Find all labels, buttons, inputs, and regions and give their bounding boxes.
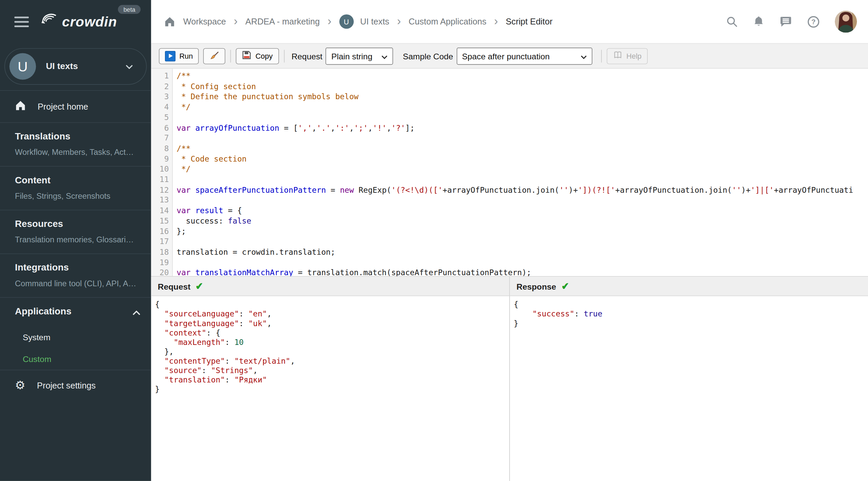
code-line[interactable]: { [514,300,868,309]
line-number: 12 [151,185,169,195]
code-line[interactable]: "targetLanguage": "uk", [155,319,509,328]
messages-chat-icon[interactable] [779,15,792,28]
response-json-viewer[interactable]: { "success": true} [510,296,868,481]
code-line[interactable]: var spaceAfterPunctuationPattern = new R… [177,185,868,195]
line-number: 14 [151,205,169,216]
chevron-right-icon: › [328,15,332,29]
code-line[interactable]: var translationMatchArray = translation.… [177,267,868,276]
code-line[interactable]: "maxLength": 10 [155,338,509,347]
breadcrumb-workspace[interactable]: Workspace [183,17,226,27]
sidebar-section-resources[interactable]: Resources Translation memories, Glossari… [0,210,151,253]
line-number: 9 [151,154,169,164]
code-line[interactable]: */ [177,102,868,112]
code-line[interactable]: /** [177,143,868,154]
crowdin-logo[interactable]: crowdin [40,13,117,31]
code-line[interactable] [177,195,868,205]
run-button[interactable]: Run [159,48,199,64]
hamburger-menu-icon[interactable] [14,17,29,27]
help-button[interactable]: Help [607,48,648,64]
code-line[interactable] [177,112,868,123]
response-panel: Response ✔ { "success": true} [509,277,868,481]
code-line[interactable]: "success": true [514,309,868,319]
section-title: Content [15,175,143,186]
caret-down-icon [381,51,387,61]
code-line[interactable]: translation = crowdin.translation; [177,247,868,257]
gear-icon: ⚙ [15,380,26,391]
sample-code-select[interactable]: Space after punctuation [456,47,592,64]
sidebar-section-translations[interactable]: Translations Workflow, Members, Tasks, A… [0,123,151,166]
breadcrumb-project[interactable]: UI texts [360,17,389,27]
code-line[interactable] [177,236,868,247]
code-line[interactable]: */ [177,164,868,174]
code-line[interactable]: "translation": "Рядки" [155,375,509,384]
line-number: 6 [151,123,169,133]
breadcrumb-custom-applications[interactable]: Custom Applications [409,17,487,27]
request-type-select[interactable]: Plain string [326,47,393,64]
code-line[interactable]: var arrayOfPunctuation = [',','.',':',';… [177,123,868,133]
play-icon [165,51,175,61]
request-json-editor[interactable]: { "sourceLanguage": "en", "targetLanguag… [151,296,509,481]
chevron-right-icon: › [494,15,498,29]
line-number: 5 [151,112,169,123]
search-icon[interactable] [726,15,738,28]
line-number: 17 [151,236,169,247]
sidebar: crowdin beta U UI texts Project home Tra… [0,0,151,481]
code-line[interactable]: * Define the punctuation symbols below [177,92,868,102]
breadcrumb-project-group[interactable]: ARDEA - marketing [245,17,320,27]
sidebar-section-applications[interactable]: Applications [0,298,151,326]
code-line[interactable]: }, [155,347,509,356]
code-line[interactable]: /** [177,71,868,81]
code-line[interactable] [177,174,868,185]
section-subtitle: Translation memories, Glossari… [15,235,143,244]
format-brush-button[interactable] [204,48,226,64]
sidebar-item-system[interactable]: System [0,326,151,348]
code-line[interactable]: success: false [177,216,868,226]
section-title: Applications [15,306,143,317]
code-line[interactable]: } [155,385,509,394]
sidebar-section-integrations[interactable]: Integrations Command line tool (CLI), AP… [0,254,151,297]
code-line[interactable]: "contentType": "text/plain", [155,356,509,366]
code-line[interactable]: { [155,300,509,309]
user-avatar[interactable] [835,10,857,33]
top-header: Workspace › ARDEA - marketing › U UI tex… [151,0,868,43]
code-line[interactable]: * Config section [177,81,868,92]
book-icon [613,50,623,61]
code-line[interactable] [177,257,868,267]
sidebar-header: crowdin beta [0,0,151,43]
line-number: 11 [151,174,169,185]
project-switcher[interactable]: U UI texts [4,48,147,85]
code-line[interactable]: "sourceLanguage": "en", [155,309,509,319]
code-line[interactable]: "context": { [155,328,509,338]
project-name: UI texts [46,61,78,71]
home-icon[interactable] [164,16,176,27]
toolbar-separator [231,50,231,62]
section-title: Resources [15,219,143,230]
sidebar-item-project-settings[interactable]: ⚙ Project settings [0,371,151,401]
code-line[interactable]: } [514,319,868,328]
code-line[interactable]: "source": "Strings", [155,366,509,375]
crowdin-logo-icon [40,13,59,31]
sidebar-item-project-home[interactable]: Project home [0,91,151,122]
editor-code-area[interactable]: /** * Config section * Define the punctu… [173,69,868,276]
code-line[interactable]: var result = { [177,205,868,216]
success-check-icon: ✔ [195,280,204,292]
request-panel: Request ✔ { "sourceLanguage": "en", "tar… [151,277,509,481]
code-line[interactable] [177,133,868,143]
breadcrumb: Workspace › ARDEA - marketing › U UI tex… [164,14,553,29]
crowdin-script-editor-app: crowdin beta U UI texts Project home Tra… [0,0,868,481]
code-line[interactable]: * Code section [177,154,868,164]
home-icon [15,100,26,113]
copy-button[interactable]: Copy [236,48,279,64]
sample-code-dropdown-label: Sample Code [403,51,453,61]
save-floppy-icon [242,50,251,61]
notifications-bell-icon[interactable] [753,15,765,28]
request-response-panels: Request ✔ { "sourceLanguage": "en", "tar… [151,276,868,481]
script-editor-toolbar: Run Copy Request Plain string [151,43,868,69]
section-title: Translations [15,131,143,142]
code-line[interactable]: }; [177,226,868,237]
section-subtitle: Files, Strings, Screenshots [15,191,143,200]
help-question-icon[interactable]: ? [807,15,820,28]
sidebar-item-custom[interactable]: Custom [0,348,151,370]
sidebar-section-content[interactable]: Content Files, Strings, Screenshots [0,167,151,210]
line-number: 20 [151,267,169,276]
